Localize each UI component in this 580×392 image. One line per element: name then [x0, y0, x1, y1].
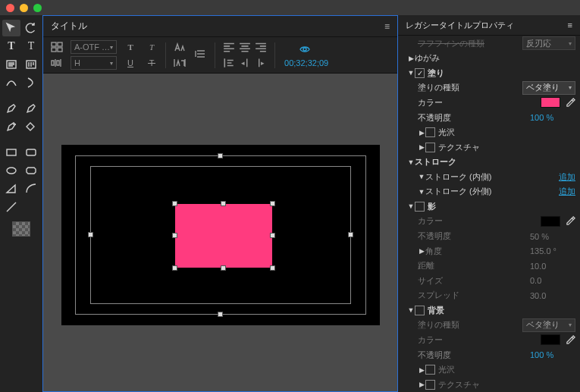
dist-left-button[interactable]	[221, 56, 237, 70]
eyedropper-icon[interactable]	[565, 216, 575, 227]
chevron-down-icon[interactable]: ▼	[407, 158, 415, 166]
shadow-checkbox[interactable]	[415, 202, 425, 212]
rectangle-tool[interactable]	[2, 144, 20, 161]
prev-button[interactable]: ◂┃	[237, 56, 252, 70]
fill-section[interactable]: ▼ ✓ 塗り	[398, 66, 580, 81]
ellipse-tool[interactable]	[2, 162, 20, 179]
stroke-section[interactable]: ▼ ストローク	[398, 155, 580, 170]
spacer	[22, 199, 40, 215]
vertical-type-tool[interactable]: T	[22, 38, 40, 55]
fill-color-row[interactable]: カラー	[398, 96, 580, 111]
path-type-tool[interactable]	[2, 74, 20, 91]
leading-button[interactable]	[193, 47, 208, 61]
shadow-color-swatch[interactable]	[541, 216, 560, 227]
font-family-select[interactable]: A-OTF …▾	[71, 40, 117, 54]
stroke-inner-row[interactable]: ▼ ストローク (内側) 追加	[398, 169, 580, 184]
shadow-section[interactable]: ▼ 影	[398, 199, 580, 215]
title-panel: タイトル ≡ A-OTF …▾ H▾ T U T T	[42, 15, 398, 392]
italic-button[interactable]: T	[144, 40, 159, 54]
type-tool[interactable]: T	[2, 38, 20, 55]
chevron-down-icon[interactable]: ▼	[407, 202, 415, 210]
bg-section[interactable]: ▼ 背景	[398, 303, 580, 318]
show-video-button[interactable]	[297, 42, 312, 56]
maximize-window-button[interactable]	[33, 4, 42, 12]
chevron-right-icon[interactable]: ▶	[407, 55, 415, 62]
chevron-right-icon[interactable]: ▶	[418, 247, 425, 255]
svg-rect-3	[27, 149, 36, 155]
wedge-tool[interactable]	[2, 180, 20, 197]
timecode[interactable]: 00;32;32;09	[284, 58, 328, 67]
fill-type-row[interactable]: 塗りの種類 ベタ塗り▾	[398, 80, 580, 96]
panel-menu-icon[interactable]: ≡	[384, 21, 390, 32]
align-left-button[interactable]	[221, 40, 237, 54]
chevron-right-icon[interactable]: ▶	[418, 143, 425, 151]
chevron-right-icon[interactable]: ▶	[418, 381, 425, 388]
chevron-down-icon[interactable]: ▼	[418, 188, 425, 196]
title-toolbar: A-OTF …▾ H▾ T U T T	[43, 37, 397, 74]
chevron-right-icon[interactable]: ▶	[418, 129, 425, 136]
area-type-tool[interactable]	[2, 56, 20, 73]
svg-rect-8	[58, 48, 62, 52]
fill-type-select[interactable]: ベタ塗り▾	[522, 81, 575, 95]
svg-rect-2	[7, 149, 16, 155]
tool-sidebar: T T	[0, 15, 42, 392]
fill-swatch[interactable]	[12, 221, 30, 237]
minimize-window-button[interactable]	[20, 4, 28, 12]
selection-tool[interactable]	[2, 20, 20, 36]
properties-menu-icon[interactable]: ≡	[568, 20, 572, 30]
next-button[interactable]: ┃▸	[253, 56, 268, 70]
bold-button[interactable]: T	[123, 40, 138, 54]
chevron-down-icon[interactable]: ▼	[407, 69, 415, 77]
stroke-outer-row[interactable]: ▼ ストローク (外側) 追加	[398, 184, 580, 199]
distort-row[interactable]: ▶ ゆがみ	[398, 51, 580, 66]
canvas[interactable]	[43, 74, 397, 391]
delete-anchor-tool[interactable]	[2, 118, 20, 135]
line-tool[interactable]	[2, 199, 20, 215]
texture-checkbox[interactable]	[425, 143, 435, 152]
bg-texture-checkbox[interactable]	[425, 380, 435, 390]
eyedropper-icon[interactable]	[565, 334, 575, 345]
add-anchor-tool[interactable]	[22, 100, 40, 117]
align-center-button[interactable]	[237, 40, 252, 54]
bg-checkbox[interactable]	[415, 306, 425, 315]
chevron-right-icon[interactable]: ▶	[418, 366, 425, 374]
convert-anchor-tool[interactable]	[22, 118, 40, 135]
tab-button[interactable]	[49, 56, 64, 70]
fill-color-swatch[interactable]	[541, 97, 560, 108]
properties-title: レガシータイトルプロパティ	[406, 20, 514, 31]
stage[interactable]	[61, 145, 380, 325]
arc-tool[interactable]	[22, 180, 40, 197]
vertical-area-type-tool[interactable]	[22, 56, 40, 73]
truncated-row: フフフィンの種類 反刃応▾	[398, 36, 580, 51]
underline-button[interactable]: U	[123, 56, 138, 70]
fill-opacity-row[interactable]: 不透明度 100 %	[398, 110, 580, 125]
eyedropper-icon[interactable]	[565, 97, 575, 108]
vertical-path-type-tool[interactable]	[22, 74, 40, 91]
rotate-tool[interactable]	[22, 20, 40, 36]
clipped-rectangle-tool[interactable]	[22, 162, 40, 179]
styles-button[interactable]	[49, 40, 64, 54]
chevron-down-icon[interactable]: ▼	[407, 306, 415, 314]
svg-point-9	[303, 48, 306, 51]
fill-sheen-row[interactable]: ▶ 光沢	[398, 125, 580, 140]
kerning-button[interactable]	[172, 56, 187, 70]
align-right-button[interactable]	[253, 40, 268, 54]
add-inner-stroke-link[interactable]: 追加	[559, 171, 575, 183]
bg-sheen-checkbox[interactable]	[425, 365, 435, 375]
pen-tool[interactable]	[2, 100, 20, 117]
fill-checkbox[interactable]: ✓	[415, 68, 425, 78]
add-outer-stroke-link[interactable]: 追加	[559, 186, 575, 197]
font-size-button[interactable]	[172, 40, 187, 54]
bg-type-select[interactable]: ベタ塗り▾	[522, 318, 575, 332]
svg-rect-6	[58, 42, 62, 46]
strike-button[interactable]: T	[144, 56, 159, 70]
rectangle-shape[interactable]	[175, 204, 272, 268]
chevron-down-icon[interactable]: ▼	[418, 173, 425, 180]
bg-color-swatch[interactable]	[541, 334, 560, 345]
svg-rect-7	[52, 48, 56, 52]
sheen-checkbox[interactable]	[425, 127, 435, 137]
rounded-rectangle-tool[interactable]	[22, 144, 40, 161]
fill-texture-row[interactable]: ▶ テクスチャ	[398, 140, 580, 155]
font-style-select[interactable]: H▾	[71, 56, 117, 70]
close-window-button[interactable]	[6, 4, 14, 12]
